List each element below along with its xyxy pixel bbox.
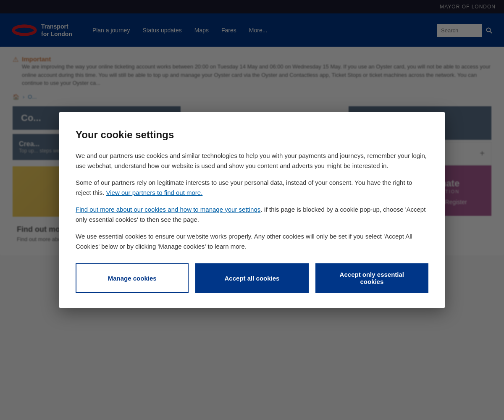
modal-body: We and our partners use cookies and simi…	[76, 151, 428, 252]
modal-title: Your cookie settings	[76, 129, 428, 141]
cookies-settings-link[interactable]: Find out more about our cookies and how …	[76, 206, 260, 213]
accept-all-cookies-button[interactable]: Accept all cookies	[195, 263, 308, 293]
modal-para-3: Find out more about our cookies and how …	[76, 205, 428, 225]
modal-para-1: We and our partners use cookies and simi…	[76, 151, 428, 171]
cookie-modal: Your cookie settings We and our partners…	[59, 112, 445, 308]
partners-link[interactable]: View our partners to find out more.	[106, 189, 203, 196]
cookie-overlay: Your cookie settings We and our partners…	[0, 0, 504, 420]
manage-cookies-button[interactable]: Manage cookies	[76, 263, 189, 293]
modal-para-2: Some of our partners rely on legitimate …	[76, 178, 428, 198]
accept-essential-cookies-button[interactable]: Accept only essential cookies	[315, 263, 428, 293]
modal-para-4: We use essential cookies to ensure our w…	[76, 231, 428, 252]
modal-buttons: Manage cookies Accept all cookies Accept…	[76, 263, 428, 293]
